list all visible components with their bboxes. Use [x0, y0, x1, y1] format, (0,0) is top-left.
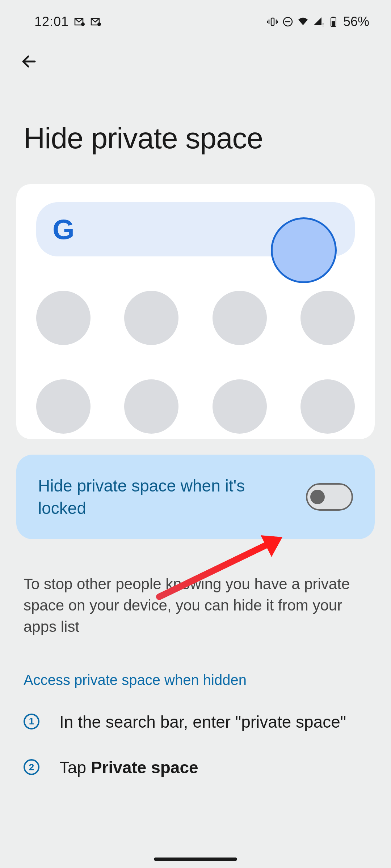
app-header — [0, 36, 391, 72]
app-placeholder — [300, 291, 355, 345]
highlight-circle — [271, 217, 337, 283]
step-1: 1 In the search bar, enter "private spac… — [0, 688, 391, 734]
toggle-knob — [310, 490, 325, 504]
svg-text:!: ! — [322, 22, 324, 27]
clock: 12:01 — [34, 14, 69, 29]
step-2-text: Tap Private space — [59, 756, 198, 780]
app-placeholder — [124, 291, 178, 345]
svg-point-1 — [81, 22, 85, 26]
app-placeholder — [36, 291, 91, 345]
description-text: To stop other people knowing you have a … — [0, 539, 391, 637]
svg-rect-13 — [332, 17, 335, 18]
dnd-icon — [282, 16, 293, 27]
toggle-switch[interactable] — [306, 483, 353, 511]
app-placeholder — [300, 379, 355, 434]
status-right: ! 56% — [267, 14, 369, 29]
step-1-text: In the search bar, enter "private space" — [59, 710, 346, 734]
app-placeholder — [36, 379, 91, 434]
app-placeholder — [213, 379, 267, 434]
illustration-card: G — [16, 184, 375, 439]
signal-icon: ! — [313, 16, 324, 27]
svg-rect-14 — [332, 21, 335, 26]
hide-toggle-card[interactable]: Hide private space when it's locked — [16, 455, 375, 539]
back-button[interactable] — [18, 51, 40, 72]
navigation-pill[interactable] — [154, 858, 237, 861]
svg-point-3 — [97, 22, 101, 26]
app-placeholder — [124, 379, 178, 434]
vibrate-icon — [267, 16, 278, 27]
battery-percentage: 56% — [343, 14, 369, 29]
google-g-icon: G — [52, 213, 75, 246]
section-header: Access private space when hidden — [0, 638, 391, 688]
page-title: Hide private space — [0, 72, 391, 184]
app-row-2 — [36, 379, 355, 434]
svg-rect-4 — [271, 18, 274, 25]
status-bar: 12:01 ! 56% — [0, 0, 391, 36]
app-row-1 — [36, 291, 355, 345]
step-2: 2 Tap Private space — [0, 734, 391, 780]
search-pill-illustration: G — [36, 202, 355, 256]
notification-icon-1 — [74, 16, 85, 27]
toggle-label: Hide private space when it's locked — [38, 475, 284, 519]
battery-icon — [328, 16, 339, 27]
step-number-2: 2 — [24, 759, 39, 775]
arrow-left-icon — [20, 53, 38, 70]
step-number-1: 1 — [24, 714, 39, 729]
app-placeholder — [213, 291, 267, 345]
notification-icon-2 — [91, 16, 101, 27]
status-left: 12:01 — [34, 14, 101, 29]
wifi-icon — [298, 16, 308, 27]
